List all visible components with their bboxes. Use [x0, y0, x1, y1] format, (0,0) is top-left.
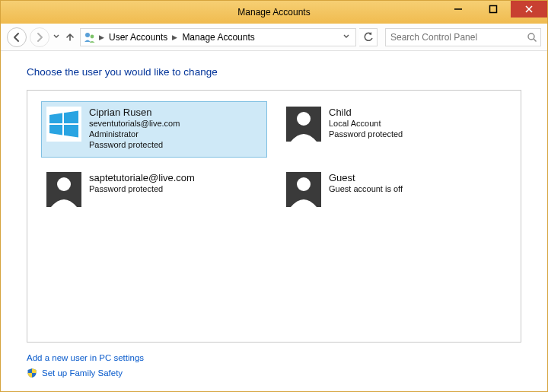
- account-name: Child: [329, 107, 403, 119]
- account-name: saptetutoriale@live.com: [89, 172, 195, 184]
- account-status: Guest account is off: [329, 184, 403, 195]
- close-button[interactable]: [511, 1, 547, 18]
- arrow-right-icon: [34, 32, 45, 43]
- search-input[interactable]: [386, 32, 524, 43]
- forward-button[interactable]: [30, 27, 49, 47]
- maximize-button[interactable]: [476, 1, 511, 18]
- back-button[interactable]: [7, 27, 27, 47]
- svg-point-4: [85, 33, 90, 37]
- svg-rect-1: [490, 6, 497, 13]
- account-password-status: Password protected: [89, 140, 180, 151]
- account-name: Ciprian Rusen: [89, 107, 180, 119]
- chevron-down-icon: [343, 33, 349, 40]
- titlebar: Manage Accounts: [1, 1, 547, 24]
- uac-shield-icon: [27, 368, 37, 378]
- chevron-down-icon: [53, 33, 59, 40]
- window-title: Manage Accounts: [237, 7, 310, 18]
- svg-point-15: [297, 177, 311, 191]
- account-role: Administrator: [89, 129, 180, 140]
- navigation-bar: ▶ User Accounts ▶ Manage Accounts: [1, 24, 547, 51]
- account-type: Local Account: [329, 119, 403, 129]
- account-info: Guest Guest account is off: [329, 172, 403, 195]
- user-accounts-icon: [84, 31, 96, 43]
- arrow-up-icon: [65, 32, 75, 43]
- breadcrumb-dropdown[interactable]: [340, 33, 352, 41]
- family-safety-link[interactable]: Set up Family Safety: [42, 368, 123, 378]
- refresh-button[interactable]: [359, 28, 378, 46]
- svg-point-14: [57, 177, 71, 191]
- account-info: saptetutoriale@live.com Password protect…: [89, 172, 195, 195]
- account-tile[interactable]: Child Local Account Password protected: [281, 101, 507, 158]
- account-tile[interactable]: saptetutoriale@live.com Password protect…: [41, 167, 267, 223]
- svg-marker-10: [64, 111, 78, 124]
- up-button[interactable]: [63, 30, 77, 44]
- search-box[interactable]: [385, 28, 541, 46]
- window-frame: Manage Accounts: [0, 0, 548, 392]
- action-links: Add a new user in PC settings Set up Fam…: [27, 350, 521, 381]
- recent-locations-dropdown[interactable]: [53, 33, 60, 41]
- svg-point-13: [297, 112, 311, 126]
- account-password-status: Password protected: [89, 184, 195, 195]
- svg-point-5: [91, 34, 94, 38]
- close-icon: [524, 5, 534, 14]
- chevron-right-icon: ▶: [97, 33, 106, 41]
- maximize-icon: [489, 5, 498, 14]
- person-silhouette-icon: [286, 107, 321, 142]
- content-area: Choose the user you would like to change: [1, 51, 547, 391]
- account-email: seventutorials@live.com: [89, 119, 180, 129]
- account-info: Child Local Account Password protected: [329, 107, 403, 140]
- account-name: Guest: [329, 172, 403, 184]
- account-tile[interactable]: Guest Guest account is off: [281, 167, 507, 223]
- breadcrumb-item-manage-accounts[interactable]: Manage Accounts: [180, 32, 256, 43]
- search-icon: [524, 32, 540, 43]
- page-heading: Choose the user you would like to change: [27, 66, 521, 78]
- account-info: Ciprian Rusen seventutorials@live.com Ad…: [89, 107, 180, 151]
- accounts-list: Ciprian Rusen seventutorials@live.com Ad…: [27, 90, 521, 343]
- account-password-status: Password protected: [329, 129, 403, 140]
- person-silhouette-icon: [286, 172, 321, 207]
- minimize-icon: [454, 5, 463, 14]
- svg-marker-12: [64, 125, 78, 138]
- breadcrumb-item-user-accounts[interactable]: User Accounts: [107, 32, 169, 43]
- minimize-button[interactable]: [441, 1, 476, 18]
- person-silhouette-icon: [46, 172, 81, 207]
- window-controls: [441, 1, 547, 18]
- svg-point-6: [528, 33, 534, 40]
- refresh-icon: [363, 32, 374, 43]
- account-tile[interactable]: Ciprian Rusen seventutorials@live.com Ad…: [41, 101, 267, 158]
- breadcrumb[interactable]: ▶ User Accounts ▶ Manage Accounts: [80, 28, 356, 46]
- chevron-right-icon: ▶: [170, 33, 179, 41]
- windows-logo-icon: [46, 107, 81, 142]
- add-user-link[interactable]: Add a new user in PC settings: [27, 353, 144, 362]
- arrow-left-icon: [11, 32, 22, 43]
- svg-line-7: [534, 39, 537, 42]
